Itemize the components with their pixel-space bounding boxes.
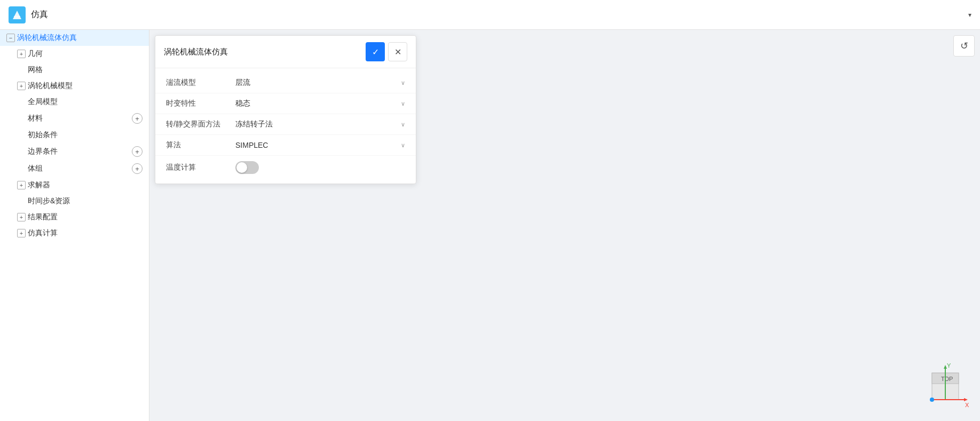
time-variation-select[interactable]: 稳态 ∨	[235, 99, 405, 108]
sidebar-label-boundary-cond: 边界条件	[28, 147, 58, 156]
interface-method-select[interactable]: 冻结转子法 ∨	[235, 120, 405, 129]
title-dropdown-arrow[interactable]: ▾	[968, 11, 971, 19]
time-variation-chevron: ∨	[401, 100, 405, 107]
dialog-body: 湍流模型 层流 ∨ 时变特性 稳态 ∨ 转/静交界面方法 冻结转子法 ∨	[155, 68, 416, 184]
sidebar-item-boundary-cond[interactable]: 边界条件 +	[0, 143, 149, 160]
algorithm-chevron: ∨	[401, 142, 405, 149]
form-label-turbulence-model: 湍流模型	[166, 78, 235, 88]
sidebar-label-sim-calc: 仿真计算	[28, 228, 58, 238]
sidebar-item-sim-calc[interactable]: + 仿真计算	[0, 225, 149, 241]
sidebar-item-mesh[interactable]: 网格	[0, 62, 149, 78]
sidebar-label-body-group: 体组	[28, 164, 43, 173]
expand-icon-geometry[interactable]: +	[17, 50, 26, 58]
time-variation-value: 稳态	[235, 99, 250, 108]
sidebar-label-materials: 材料	[28, 114, 43, 123]
interface-method-chevron: ∨	[401, 121, 405, 128]
sidebar-item-turbine-fluid[interactable]: − 涡轮机械流体仿真	[0, 30, 149, 46]
form-row-temp-calc: 温度计算	[155, 156, 416, 179]
expand-icon-turbine-model[interactable]: +	[17, 82, 26, 90]
check-icon: ✓	[372, 47, 379, 57]
sidebar-label-turbine-model: 涡轮机械模型	[28, 81, 73, 91]
dialog-close-button[interactable]: ✕	[388, 42, 407, 61]
expand-icon-result-config[interactable]: +	[17, 213, 26, 221]
form-row-time-variation: 时变特性 稳态 ∨	[155, 93, 416, 114]
undo-button[interactable]: ↺	[953, 35, 975, 57]
sidebar-label-initial-cond: 初始条件	[28, 130, 58, 140]
form-row-turbulence-model: 湍流模型 层流 ∨	[155, 73, 416, 93]
sidebar-item-materials[interactable]: 材料 +	[0, 110, 149, 127]
sidebar-item-solver[interactable]: + 求解器	[0, 177, 149, 193]
turbulence-model-value: 层流	[235, 78, 250, 88]
sidebar-item-body-group[interactable]: 体组 +	[0, 160, 149, 177]
form-label-algorithm: 算法	[166, 140, 235, 150]
top-label: TOP	[941, 376, 953, 382]
sidebar-label-turbine-fluid: 涡轮机械流体仿真	[17, 33, 77, 43]
app-title: 仿真	[31, 9, 968, 20]
axis-svg: TOP Y X	[921, 362, 969, 410]
axis-widget: TOP Y X	[921, 362, 969, 410]
sidebar-label-result-config: 结果配置	[28, 212, 58, 222]
toggle-knob	[236, 162, 247, 173]
sidebar: − 涡轮机械流体仿真 + 几何 网格 + 涡轮机械模型 全局模型 材料 + 初始…	[0, 30, 149, 421]
sidebar-label-geometry: 几何	[28, 49, 43, 59]
sidebar-item-initial-cond[interactable]: 初始条件	[0, 127, 149, 143]
expand-icon-sim-calc[interactable]: +	[17, 229, 26, 237]
top-bar: 仿真 ▾	[0, 0, 980, 30]
form-row-interface-method: 转/静交界面方法 冻结转子法 ∨	[155, 114, 416, 135]
svg-rect-2	[14, 16, 20, 18]
sidebar-item-global-model[interactable]: 全局模型	[0, 94, 149, 110]
sidebar-label-solver: 求解器	[28, 180, 50, 190]
algorithm-value: SIMPLEC	[235, 141, 268, 149]
dialog-confirm-button[interactable]: ✓	[366, 42, 385, 61]
interface-method-value: 冻结转子法	[235, 120, 273, 129]
sidebar-item-timestep[interactable]: 时间步&资源	[0, 193, 149, 209]
add-boundary-icon[interactable]: +	[132, 146, 143, 157]
form-row-algorithm: 算法 SIMPLEC ∨	[155, 135, 416, 156]
algorithm-select[interactable]: SIMPLEC ∨	[235, 141, 405, 149]
sidebar-item-turbine-model[interactable]: + 涡轮机械模型	[0, 78, 149, 94]
svg-marker-8	[964, 398, 968, 401]
sidebar-label-global-model: 全局模型	[28, 97, 58, 107]
expand-icon-turbine-fluid[interactable]: −	[6, 34, 15, 42]
app-logo	[9, 6, 26, 23]
sidebar-item-result-config[interactable]: + 结果配置	[0, 209, 149, 225]
svg-point-9	[930, 398, 934, 402]
dialog-header: 涡轮机械流体仿真 ✓ ✕	[155, 36, 416, 68]
form-label-time-variation: 时变特性	[166, 99, 235, 108]
y-axis-label: Y	[947, 362, 951, 369]
turbulence-model-select[interactable]: 层流 ∨	[235, 78, 405, 88]
turbulence-model-chevron: ∨	[401, 80, 405, 86]
x-axis-label: X	[965, 402, 969, 408]
form-label-interface-method: 转/静交界面方法	[166, 120, 235, 129]
dialog-title: 涡轮机械流体仿真	[164, 47, 366, 57]
sidebar-label-timestep: 时间步&资源	[28, 196, 70, 206]
close-icon: ✕	[394, 47, 401, 57]
main-area: ↺ 涡轮机械流体仿真 ✓ ✕ 湍流模型 层流 ∨ 时变特性	[149, 30, 980, 421]
temp-calc-toggle[interactable]	[235, 161, 259, 174]
dialog-panel: 涡轮机械流体仿真 ✓ ✕ 湍流模型 层流 ∨ 时变特性 稳态	[155, 35, 416, 184]
add-materials-icon[interactable]: +	[132, 113, 143, 124]
form-label-temp-calc: 温度计算	[166, 163, 235, 172]
expand-icon-solver[interactable]: +	[17, 181, 26, 189]
undo-icon: ↺	[960, 40, 968, 52]
sidebar-item-geometry[interactable]: + 几何	[0, 46, 149, 62]
sidebar-label-mesh: 网格	[28, 65, 43, 75]
add-body-group-icon[interactable]: +	[132, 163, 143, 174]
